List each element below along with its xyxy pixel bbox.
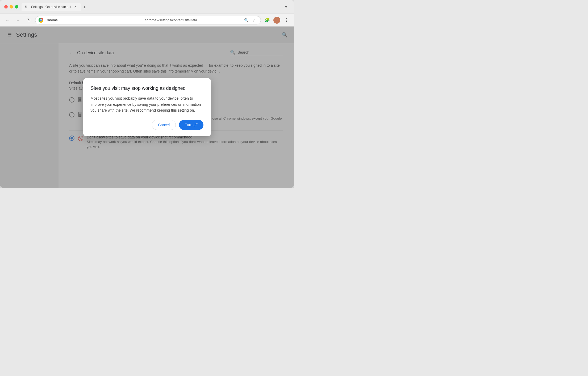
active-tab[interactable]: ⚙ Settings - On-device site dat ✕ [22,3,81,11]
dialog-title: Sites you visit may stop working as desi… [91,86,203,91]
turn-off-button[interactable]: Turn off [179,120,203,130]
window-dropdown-button[interactable]: ▾ [282,3,290,11]
modal-overlay: Sites you visit may stop working as desi… [0,27,294,188]
forward-button[interactable]: → [14,16,22,24]
zoom-icon[interactable]: 🔍 [243,17,249,23]
more-options-icon[interactable]: ⋮ [282,16,291,24]
bookmark-icon[interactable]: ☆ [251,17,257,23]
maximize-button[interactable] [15,5,18,9]
address-actions: 🔍 ☆ [243,17,257,23]
title-bar: ⚙ Settings - On-device site dat ✕ + ▾ [0,0,294,14]
nav-end: 🧩 ⋮ [263,16,291,24]
tab-close-button[interactable]: ✕ [73,5,78,9]
cancel-button[interactable]: Cancel [152,120,176,130]
address-bar[interactable]: Chrome chrome://settings/content/siteDat… [35,16,261,24]
svg-point-2 [40,19,42,21]
tab-title: Settings - On-device site dat [31,5,71,9]
dialog-body: Most sites you visit probably save data … [91,95,203,113]
browser-window: ⚙ Settings - On-device site dat ✕ + ▾ ← … [0,0,294,188]
extensions-icon[interactable]: 🧩 [263,16,272,24]
close-button[interactable] [4,5,8,9]
new-tab-button[interactable]: + [81,4,88,11]
profile-avatar[interactable] [273,16,281,24]
reload-button[interactable]: ↻ [24,16,33,24]
back-button[interactable]: ← [3,16,12,24]
confirmation-dialog: Sites you visit may stop working as desi… [83,78,211,136]
avatar-image [273,17,280,24]
minimize-button[interactable] [10,5,13,9]
tab-favicon: ⚙ [25,5,29,9]
dialog-actions: Cancel Turn off [91,120,203,130]
title-bar-end: ▾ [282,3,290,11]
tabs-area: ⚙ Settings - On-device site dat ✕ + [22,3,279,11]
traffic-lights [4,5,18,9]
chrome-label: Chrome [45,18,142,22]
settings-page: ☰ Settings 🔍 ← On-device site data 🔍 Sea… [0,27,294,188]
nav-bar: ← → ↻ Chrome chrome://settings/content/s… [0,14,294,27]
chrome-logo-icon [39,18,43,23]
url-text: chrome://settings/content/siteData [145,18,241,22]
